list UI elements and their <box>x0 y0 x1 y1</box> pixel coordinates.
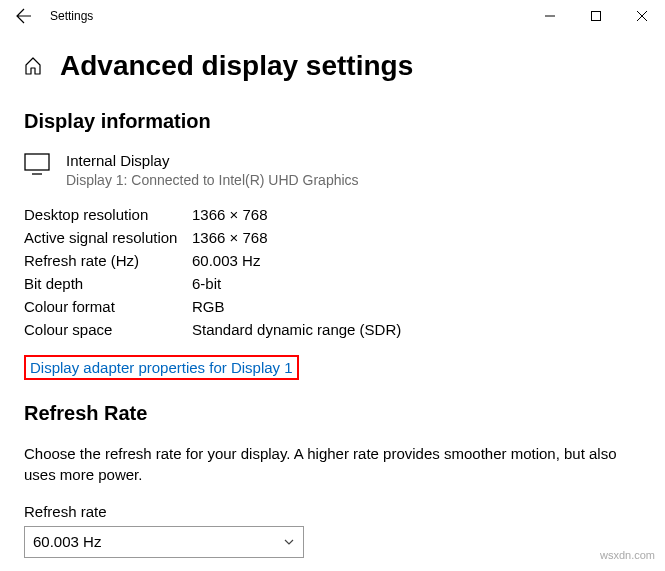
arrow-left-icon <box>16 8 32 24</box>
display-device-block: Internal Display Display 1: Connected to… <box>24 151 641 189</box>
page-header: Advanced display settings <box>24 50 641 82</box>
info-value: 6-bit <box>192 275 221 292</box>
svg-rect-1 <box>25 154 49 170</box>
refresh-rate-label: Refresh rate <box>24 503 641 520</box>
refresh-rate-heading: Refresh Rate <box>24 402 641 425</box>
dropdown-selected-value: 60.003 Hz <box>33 533 101 550</box>
monitor-icon <box>24 153 50 175</box>
minimize-button[interactable] <box>527 0 573 32</box>
info-label: Refresh rate (Hz) <box>24 252 192 269</box>
info-value: 1366 × 768 <box>192 229 268 246</box>
maximize-icon <box>591 11 601 21</box>
table-row: Colour formatRGB <box>24 295 641 318</box>
display-info-heading: Display information <box>24 110 641 133</box>
info-label: Bit depth <box>24 275 192 292</box>
info-label: Colour format <box>24 298 192 315</box>
minimize-icon <box>545 11 555 21</box>
back-button[interactable] <box>12 4 36 28</box>
refresh-rate-dropdown[interactable]: 60.003 Hz <box>24 526 304 558</box>
chevron-down-icon <box>283 536 295 548</box>
table-row: Active signal resolution1366 × 768 <box>24 226 641 249</box>
device-name: Internal Display <box>66 151 359 171</box>
table-row: Refresh rate (Hz)60.003 Hz <box>24 249 641 272</box>
close-button[interactable] <box>619 0 665 32</box>
info-value: 1366 × 768 <box>192 206 268 223</box>
close-icon <box>637 11 647 21</box>
window-title: Settings <box>50 9 93 23</box>
watermark: wsxdn.com <box>600 549 655 561</box>
info-value: 60.003 Hz <box>192 252 260 269</box>
info-label: Desktop resolution <box>24 206 192 223</box>
window-controls <box>527 0 665 32</box>
page-title: Advanced display settings <box>60 50 413 82</box>
home-icon[interactable] <box>24 57 42 75</box>
device-connection: Display 1: Connected to Intel(R) UHD Gra… <box>66 171 359 189</box>
display-info-table: Desktop resolution1366 × 768 Active sign… <box>24 203 641 341</box>
refresh-rate-description: Choose the refresh rate for your display… <box>24 443 641 485</box>
content-area: Advanced display settings Display inform… <box>0 32 665 558</box>
display-adapter-properties-link[interactable]: Display adapter properties for Display 1 <box>24 355 299 380</box>
maximize-button[interactable] <box>573 0 619 32</box>
svg-rect-0 <box>592 12 601 21</box>
table-row: Bit depth6-bit <box>24 272 641 295</box>
table-row: Colour spaceStandard dynamic range (SDR) <box>24 318 641 341</box>
info-value: RGB <box>192 298 225 315</box>
titlebar: Settings <box>0 0 665 32</box>
info-label: Active signal resolution <box>24 229 192 246</box>
info-label: Colour space <box>24 321 192 338</box>
info-value: Standard dynamic range (SDR) <box>192 321 401 338</box>
device-text: Internal Display Display 1: Connected to… <box>66 151 359 189</box>
table-row: Desktop resolution1366 × 768 <box>24 203 641 226</box>
